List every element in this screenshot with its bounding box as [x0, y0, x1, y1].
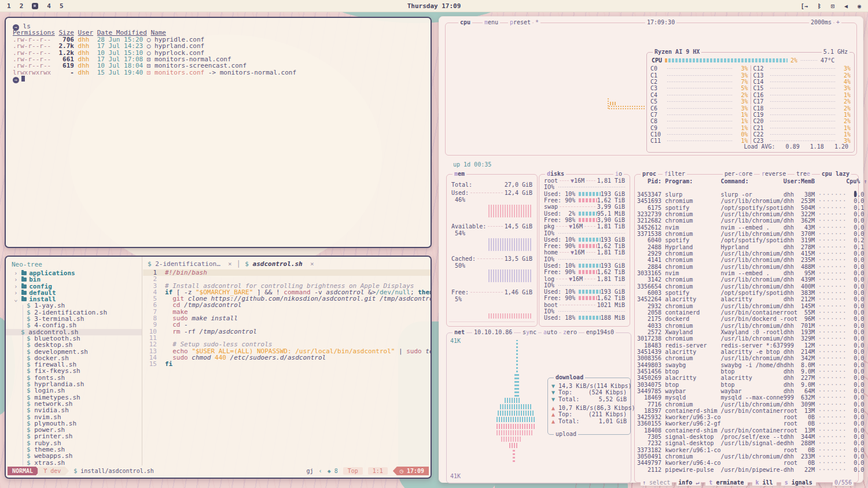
net-interface[interactable]: enp194s0: [584, 329, 616, 336]
process-row[interactable]: 3452264 alacritty alacritty dhh 212M ···…: [637, 296, 852, 302]
sort-selector[interactable]: cpu lazy: [820, 171, 851, 178]
menu-button[interactable]: menu: [483, 19, 500, 26]
process-row[interactable]: 7232 signal-desktop /usr/lib/signal-dedh…: [637, 440, 852, 446]
logout-icon[interactable]: [→: [801, 3, 808, 9]
process-row[interactable]: 7305 signal-desktop /proc/self/exe --tdh…: [637, 434, 852, 440]
process-row[interactable]: 6175 spotify /opt/spotify/spotidhh 504M …: [637, 205, 852, 211]
signals-hint[interactable]: signals: [781, 479, 816, 486]
kill-hint[interactable]: kill: [752, 479, 777, 486]
process-table-header[interactable]: Pid: Program: Command: User:MemB Cpu% ↑: [637, 178, 867, 184]
process-row[interactable]: 2884 chromium /usr/lib/chromium/dhh 488M…: [637, 264, 852, 270]
disks-box: disks io root▼16M1,81 TiBIO% Used: 10% 1…: [539, 174, 630, 327]
net-zero-button[interactable]: zero: [561, 329, 579, 336]
process-row[interactable]: 2929 chromium /usr/lib/chromium/dhh 415M…: [637, 250, 852, 257]
waybar: 1245 Thursday 17:09 [→ᛒ⊡◀◉: [0, 0, 868, 12]
workspace-1[interactable]: 1: [7, 2, 11, 10]
process-row[interactable]: 2058 containerd /usr/bin/containerroot 5…: [637, 309, 852, 316]
refresh-interval[interactable]: 2000ms: [809, 19, 833, 26]
process-row[interactable]: 3451456 btop btop dhh 9.0M ······· 0.0: [637, 368, 852, 375]
info-hint[interactable]: info ↵: [676, 479, 701, 486]
editor-pane[interactable]: $ 2-identification… ×│$ asdcontrol.sh × …: [143, 257, 431, 465]
process-row[interactable]: 3449797 kworker/u96:4-co root 0B ·······…: [637, 460, 852, 466]
process-row[interactable]: 6003 spotify /opt/spotify/spotidhh 383M …: [637, 290, 852, 296]
process-row[interactable]: 3033165 nvim nvim --embed . dhh 95M ····…: [637, 270, 852, 276]
process-row[interactable]: 3232739 chromium /usr/lib/chromium/dhh 3…: [637, 211, 852, 217]
process-row[interactable]: 3142 chromium /usr/lib/chromium/dhh 439M…: [637, 276, 852, 283]
workspace-4[interactable]: 4: [47, 2, 51, 10]
workspace-5[interactable]: 5: [60, 2, 64, 10]
reverse-toggle[interactable]: reverse: [760, 171, 788, 178]
process-row[interactable]: 18469 mysqld mysqld --max-conne999 632M …: [637, 394, 852, 401]
process-row[interactable]: 18483 redis-server redis-server *:637999…: [637, 342, 852, 349]
net-auto-button[interactable]: auto: [542, 329, 559, 336]
process-row[interactable]: 3425932 kworker/u96:3-co root 0B ·······…: [637, 414, 852, 420]
code-line-1[interactable]: 1#!/bin/bash: [143, 269, 431, 276]
cpu-box-label[interactable]: cpu: [458, 19, 472, 26]
record-icon[interactable]: ◉: [858, 3, 861, 9]
preset-button[interactable]: preset: [508, 19, 532, 26]
process-row[interactable]: 4033 chromium /usr/lib/chromium/dhh 701M…: [637, 323, 852, 329]
select-hint[interactable]: ↑ select: [641, 479, 672, 486]
bluetooth-icon[interactable]: ᛒ: [818, 3, 821, 9]
process-row[interactable]: 3452612 nvim nvim --embed . dhh 43M ····…: [637, 224, 852, 231]
process-row[interactable]: 3371538 chromium /usr/lib/chromium/dhh 3…: [637, 231, 852, 237]
process-row[interactable]: 18408 containerd-shim /usr/bin/container…: [637, 427, 852, 434]
proc-box-label[interactable]: proc: [641, 171, 658, 178]
package-icon: ◈: [328, 468, 334, 474]
net-box-label[interactable]: net: [453, 329, 466, 336]
process-row[interactable]: 18397 containerd-shim /usr/bin/container…: [637, 408, 852, 414]
process-row[interactable]: 3212682 chromium /usr/lib/chromium/dhh 3…: [637, 217, 852, 224]
io-mode-button[interactable]: io: [613, 171, 624, 178]
tree-item-xtras-sh[interactable]: $ xtras.sh: [12, 460, 142, 465]
terminate-hint[interactable]: terminate: [705, 479, 747, 486]
workspace-active[interactable]: [32, 3, 38, 9]
system-tray[interactable]: [→ᛒ⊡◀◉: [801, 3, 861, 9]
process-row[interactable]: 3453347 slurp slurp -or dhh 38M ······· …: [637, 191, 852, 198]
process-row[interactable]: 3034075 btop btop dhh 9.0M ······· 0.0: [637, 382, 852, 388]
code-line-10[interactable]: 10 rm -rf /tmp/asdcontrol: [143, 328, 431, 335]
neovim-window[interactable]: Neo-tree › applications› bin› config› de…: [5, 256, 432, 479]
disks-box-label[interactable]: disks: [545, 171, 566, 178]
process-row[interactable]: 6040 spotify /opt/spotify/spotidhh 319M …: [637, 237, 852, 243]
code-line-15[interactable]: 15fi: [143, 361, 431, 367]
buffer-tabbar[interactable]: $ 2-identification… ×│$ asdcontrol.sh ×: [143, 260, 431, 268]
mem-box-label[interactable]: mem: [453, 171, 466, 178]
filter-button[interactable]: filter: [663, 171, 687, 178]
process-row[interactable]: 2572 Xwayland Xwayland :0 -rootldhh 193M…: [637, 329, 852, 335]
process-row[interactable]: 3451439 alacritty alacritty -e btop dhh …: [637, 349, 852, 355]
process-row[interactable]: 2175 dockerd /usr/bin/dockerd -root 96M …: [637, 316, 852, 322]
neotree-panel[interactable]: Neo-tree › applications› bin› config› de…: [6, 257, 142, 465]
display-icon[interactable]: ⊡: [831, 3, 834, 9]
process-row[interactable]: 3449785 waybar waybar dhh 64M ······· 0.…: [637, 388, 852, 394]
process-row[interactable]: 3449803 swaybg swaybg -i /home/dhdhh 8.0…: [637, 362, 852, 368]
workspace-2[interactable]: 2: [20, 2, 24, 10]
process-row[interactable]: 3373182 kworker/u96:1-co root 0B ·······…: [637, 447, 852, 453]
process-row[interactable]: 2932 chromium /usr/lib/chromium/dhh 145M…: [637, 303, 852, 309]
process-row[interactable]: 3050491 chromium /usr/lib/chromium/dhh 2…: [637, 453, 852, 460]
per-core-toggle[interactable]: per-core: [723, 171, 754, 178]
process-row[interactable]: 3450269 alacritty alacritty dhh 227M ···…: [637, 375, 852, 381]
tree-toggle[interactable]: tree: [795, 171, 812, 178]
cpu-total-pct: 2%: [790, 57, 797, 64]
process-row[interactable]: 3360155 kworker/u96:2-gf root 0B ·······…: [637, 420, 852, 427]
tab-asdcontrol-sh[interactable]: $ asdcontrol.sh ×: [245, 260, 314, 268]
process-row[interactable]: 3008356 chromium /usr/lib/chromium/dhh 3…: [637, 355, 852, 361]
tab-2-identification-[interactable]: $ 2-identification… ×: [148, 260, 232, 268]
process-row[interactable]: 7716 chromium /usr/lib/chromium/dhh 309M…: [637, 401, 852, 408]
workspace-switcher[interactable]: 1245: [7, 2, 64, 10]
process-row[interactable]: 4141 chromium /usr/lib/chromium/dhh 235M…: [637, 257, 852, 263]
process-row[interactable]: 3017238 chromium /usr/lib/chromium/dhh 3…: [637, 335, 852, 342]
volume-icon[interactable]: ◀: [844, 3, 848, 9]
process-scrollbar[interactable]: [854, 191, 856, 197]
prompt-line[interactable]: →: [13, 76, 431, 82]
btop-window[interactable]: cpu menu preset * 17:09:30 2000ms + Ryze…: [439, 16, 863, 483]
process-row[interactable]: 3451693 chromium /usr/lib/chromium/dhh 2…: [637, 198, 852, 204]
interval-plus[interactable]: +: [834, 19, 841, 26]
code-area[interactable]: 1#!/bin/bash23# Install asdcontrol for c…: [143, 269, 431, 367]
process-row[interactable]: 2112 pipewire-pulse /usr/bin/pipewire-dh…: [637, 467, 852, 473]
process-row[interactable]: 2488 Hyprland Hyprland dhh 278M ······· …: [637, 244, 852, 250]
code-line-14[interactable]: 14 sudo chmod 440 /etc/sudoers.d/asdcont…: [143, 354, 431, 361]
process-row[interactable]: 3356654 chromium /usr/lib/chromium/dhh 4…: [637, 283, 852, 290]
terminal-window[interactable]: → lsPermissions Size User Date Modified …: [5, 17, 432, 248]
net-sync-button[interactable]: sync: [521, 329, 538, 336]
